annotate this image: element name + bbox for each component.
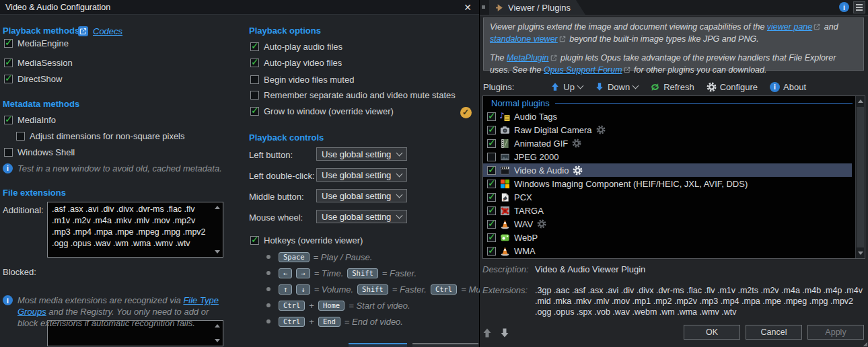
preferences-tabbar: Viewer / Plugins i bbox=[480, 0, 868, 15]
autoplay-video-checkbox[interactable] bbox=[250, 59, 259, 67]
autoplay-audio-row[interactable]: Auto-play audio files bbox=[250, 41, 342, 52]
chevron-down-icon[interactable] bbox=[577, 83, 583, 89]
plugin-checkbox[interactable] bbox=[487, 247, 496, 256]
scroll-up-icon[interactable] bbox=[215, 206, 220, 209]
opus-support-forum-link[interactable]: Opus Support Forum bbox=[544, 65, 622, 75]
move-plugin-down-icon[interactable] bbox=[499, 327, 510, 338]
plugin-row-windows-imaging-component[interactable]: Windows Imaging Component (HEIF/HEIC, JX… bbox=[483, 177, 852, 190]
plugin-checkbox[interactable] bbox=[487, 139, 496, 148]
external-link-icon bbox=[813, 22, 820, 34]
cancel-button[interactable]: Cancel bbox=[746, 325, 802, 340]
windows-shell-row[interactable]: Windows Shell bbox=[4, 147, 75, 157]
autoplay-audio-label: Auto-play audio files bbox=[264, 42, 342, 52]
plugins-list[interactable]: Normal plugins ♪ Audio Tags Raw Digital … bbox=[482, 95, 865, 259]
scroll-up-icon[interactable] bbox=[856, 96, 865, 106]
plugin-row-wma[interactable]: WMA bbox=[483, 244, 852, 258]
plugin-checkbox[interactable] bbox=[487, 126, 496, 134]
key-badge: ↑ bbox=[279, 284, 292, 295]
hotkeys-checkbox[interactable] bbox=[250, 236, 259, 245]
mediainfo-row[interactable]: MediaInfo bbox=[4, 114, 56, 125]
viewer-pane-link[interactable]: viewer pane bbox=[767, 22, 812, 32]
plugin-row-animated-gif[interactable]: Animated GIF bbox=[483, 137, 852, 150]
plugin-row-targa[interactable]: TARGA bbox=[483, 204, 852, 217]
hotkeys-row[interactable]: Hotkeys (override viewer) bbox=[250, 235, 363, 245]
ok-button[interactable]: OK bbox=[684, 325, 740, 340]
hamburger-menu-icon[interactable] bbox=[853, 1, 865, 13]
plugin-row-wav[interactable]: WAV bbox=[483, 217, 852, 231]
refresh-button[interactable]: Refresh bbox=[650, 82, 694, 92]
windows-shell-checkbox[interactable] bbox=[4, 148, 13, 157]
additional-extensions-input[interactable]: .asf .asx .avi .div .divx .dvr-ms .flac … bbox=[47, 202, 223, 258]
plugin-configure-gear-icon[interactable] bbox=[596, 125, 606, 134]
chevron-down-icon[interactable] bbox=[632, 83, 639, 89]
scroll-down-icon[interactable] bbox=[856, 248, 865, 258]
autoplay-audio-checkbox[interactable] bbox=[250, 42, 259, 51]
codecs-link-row[interactable]: Codecs bbox=[78, 26, 122, 36]
mouse-wheel-select[interactable]: Use global setting bbox=[316, 210, 407, 223]
begin-muted-checkbox[interactable] bbox=[250, 75, 259, 84]
plugin-checkbox[interactable] bbox=[487, 193, 496, 202]
move-plugin-up-icon[interactable] bbox=[482, 327, 493, 338]
intro-text: The bbox=[490, 53, 507, 63]
ok-button-cutoff[interactable] bbox=[349, 343, 407, 347]
move-down-button[interactable]: Down bbox=[595, 82, 638, 92]
plugins-scrollbar[interactable] bbox=[855, 96, 865, 258]
mediasession-row[interactable]: MediaSession bbox=[4, 57, 73, 68]
mediaengine-checkbox[interactable] bbox=[4, 39, 13, 48]
plugin-checkbox[interactable] bbox=[487, 220, 496, 229]
external-link-icon bbox=[559, 34, 566, 46]
adjust-dimensions-checkbox[interactable] bbox=[16, 132, 25, 141]
note-text: and the Registry. You only need to add o… bbox=[17, 307, 209, 328]
info-icon: i bbox=[3, 295, 13, 305]
autoplay-video-row[interactable]: Auto-play video files bbox=[250, 57, 342, 68]
directshow-checkbox[interactable] bbox=[4, 75, 13, 83]
configure-button[interactable]: Configure bbox=[707, 82, 758, 92]
scroll-down-icon[interactable] bbox=[215, 339, 220, 342]
plugin-row-pcx[interactable]: PCX bbox=[483, 190, 852, 204]
middle-button-select[interactable]: Use global setting bbox=[316, 189, 407, 202]
plugin-checkbox[interactable] bbox=[487, 206, 496, 215]
remember-mute-row[interactable]: Remember separate audio and video mute s… bbox=[250, 89, 456, 100]
plugin-checkbox[interactable] bbox=[487, 166, 496, 175]
mediaengine-row[interactable]: MediaEngine bbox=[4, 38, 69, 48]
standalone-viewer-link[interactable]: standalone viewer bbox=[490, 34, 558, 44]
scrollbar-thumb[interactable] bbox=[857, 107, 864, 247]
plugin-configure-gear-icon[interactable] bbox=[537, 219, 546, 229]
close-icon[interactable]: ✕ bbox=[462, 1, 474, 13]
scroll-down-icon[interactable] bbox=[215, 250, 220, 254]
left-double-click-select[interactable]: Use global setting bbox=[316, 168, 407, 182]
plugin-checkbox[interactable] bbox=[487, 153, 496, 161]
directshow-row[interactable]: DirectShow bbox=[4, 73, 62, 84]
resize-grip[interactable] bbox=[863, 342, 867, 346]
plugin-row-audio-tags[interactable]: ♪ Audio Tags bbox=[483, 110, 852, 123]
help-info-icon[interactable]: i bbox=[839, 2, 849, 12]
metaplugin-link[interactable]: MetaPlugin bbox=[507, 53, 549, 63]
apply-button[interactable]: Apply bbox=[807, 325, 864, 340]
remember-mute-checkbox[interactable] bbox=[250, 91, 259, 100]
plugin-row-raw-digital-camera[interactable]: Raw Digital Camera bbox=[483, 123, 852, 137]
grow-to-window-row[interactable]: Grow to window (override viewer) bbox=[250, 106, 394, 116]
left-button-select[interactable]: Use global setting bbox=[316, 147, 407, 161]
plugin-row-webp[interactable]: WebP bbox=[483, 231, 852, 244]
about-button[interactable]: i About bbox=[770, 82, 806, 92]
plugin-row-jpeg-2000[interactable]: JPEG 2000 bbox=[483, 150, 852, 163]
cancel-button-cutoff[interactable] bbox=[412, 343, 478, 347]
mediasession-checkbox[interactable] bbox=[4, 59, 13, 67]
key-badge: Shift bbox=[357, 284, 388, 295]
move-up-button[interactable]: Up bbox=[550, 82, 583, 92]
tab-viewer-plugins[interactable]: Viewer / Plugins bbox=[489, 0, 585, 15]
plugin-checkbox[interactable] bbox=[487, 233, 496, 242]
note-text: Most media extensions are recognized via bbox=[17, 295, 183, 305]
codecs-link[interactable]: Codecs bbox=[93, 26, 122, 36]
plugin-configure-gear-icon[interactable] bbox=[572, 139, 581, 148]
plugin-row-video-audio[interactable]: Video & Audio bbox=[483, 163, 852, 177]
plugin-configure-gear-icon[interactable] bbox=[573, 165, 583, 176]
adjust-dimensions-row[interactable]: Adjust dimensions for non-square pixels bbox=[16, 130, 185, 141]
grow-to-window-checkbox[interactable] bbox=[250, 107, 259, 116]
windows-logo-icon bbox=[500, 179, 510, 189]
external-link-icon bbox=[624, 65, 630, 77]
mediainfo-checkbox[interactable] bbox=[4, 116, 13, 124]
begin-muted-row[interactable]: Begin video files muted bbox=[250, 74, 354, 85]
plugin-checkbox[interactable] bbox=[487, 180, 496, 188]
plugin-checkbox[interactable] bbox=[487, 112, 496, 121]
